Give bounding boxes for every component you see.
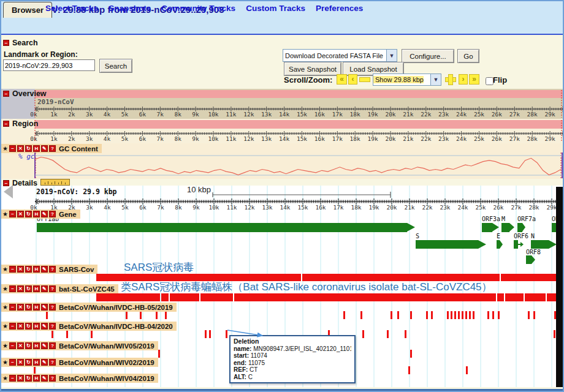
tooltip-pointer-arrow xyxy=(1,1,564,392)
genome-browser-window: 2019-nCoV: 29.88 kbp from 2019-nCoV:29..… xyxy=(0,0,564,392)
